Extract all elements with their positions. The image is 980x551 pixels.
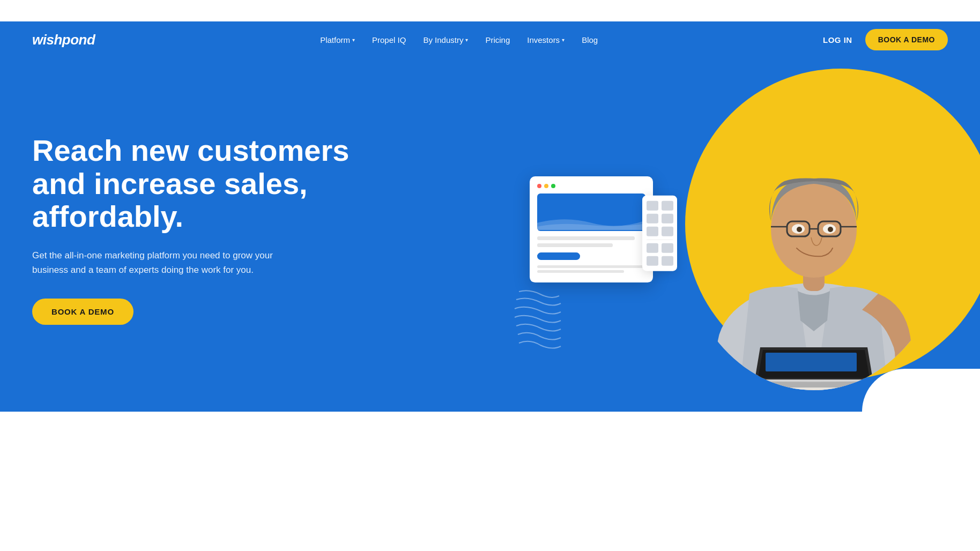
nav-link-propeliq[interactable]: Propel IQ bbox=[366, 31, 412, 49]
svg-point-12 bbox=[828, 227, 833, 232]
close-dot bbox=[537, 184, 541, 188]
nav-link-pricing[interactable]: Pricing bbox=[479, 31, 516, 49]
dashboard-mockup bbox=[530, 176, 653, 282]
nav-item-investors[interactable]: Investors ▾ bbox=[521, 31, 571, 49]
brand-logo[interactable]: wishpond bbox=[32, 32, 95, 48]
panel-divider bbox=[647, 240, 673, 240]
mockup-line-1 bbox=[537, 236, 635, 240]
chevron-down-icon: ▾ bbox=[465, 37, 468, 43]
hero-visual bbox=[498, 58, 980, 412]
nav-right: LOG IN BOOK A DEMO bbox=[823, 29, 948, 50]
mockup-line-3 bbox=[537, 265, 645, 268]
top-bar bbox=[0, 0, 980, 21]
book-demo-button[interactable]: BOOK A DEMO bbox=[865, 29, 948, 50]
mockup-header-block bbox=[537, 193, 645, 231]
nav-link-platform[interactable]: Platform ▾ bbox=[314, 31, 361, 49]
mockup-cta-bar bbox=[537, 252, 580, 260]
person-circle-frame bbox=[680, 69, 948, 390]
panel-icon-10 bbox=[662, 256, 673, 266]
side-panel-mockup bbox=[642, 196, 677, 271]
nav-item-blog[interactable]: Blog bbox=[575, 31, 604, 49]
navbar: wishpond Platform ▾ Propel IQ By Industr… bbox=[0, 21, 980, 58]
maximize-dot bbox=[551, 184, 555, 188]
hero-section: Reach new customers and increase sales, … bbox=[0, 58, 980, 412]
hero-cta-button[interactable]: BOOK A DEMO bbox=[32, 299, 133, 325]
svg-rect-15 bbox=[766, 353, 857, 371]
white-corner-curve bbox=[862, 369, 980, 412]
panel-icon-7 bbox=[647, 243, 658, 253]
nav-item-propeliq[interactable]: Propel IQ bbox=[366, 31, 412, 49]
hero-headline: Reach new customers and increase sales, … bbox=[32, 134, 354, 233]
login-link[interactable]: LOG IN bbox=[823, 35, 852, 44]
panel-icon-8 bbox=[662, 243, 673, 253]
mockup-wave bbox=[537, 212, 645, 231]
wave-decoration bbox=[514, 286, 562, 358]
nav-item-platform[interactable]: Platform ▾ bbox=[314, 31, 361, 49]
chevron-down-icon: ▾ bbox=[562, 37, 565, 43]
hero-content: Reach new customers and increase sales, … bbox=[32, 134, 354, 357]
nav-link-industry[interactable]: By Industry ▾ bbox=[417, 31, 474, 49]
panel-icon-1 bbox=[647, 201, 658, 211]
hero-subtext: Get the all-in-one marketing platform yo… bbox=[32, 248, 300, 277]
panel-icons-top bbox=[647, 201, 673, 236]
panel-icon-3 bbox=[647, 214, 658, 224]
mockup-line-4 bbox=[537, 270, 624, 273]
nav-links: Platform ▾ Propel IQ By Industry ▾ Prici… bbox=[314, 31, 604, 49]
mockup-line-2 bbox=[537, 243, 613, 247]
panel-icon-5 bbox=[647, 227, 658, 236]
nav-link-investors[interactable]: Investors ▾ bbox=[521, 31, 571, 49]
mockup-window-controls bbox=[537, 184, 645, 188]
panel-icon-6 bbox=[662, 227, 673, 236]
nav-item-pricing[interactable]: Pricing bbox=[479, 31, 516, 49]
panel-icon-4 bbox=[662, 214, 673, 224]
svg-point-11 bbox=[797, 227, 802, 232]
chevron-down-icon: ▾ bbox=[352, 37, 355, 43]
panel-icon-2 bbox=[662, 201, 673, 211]
minimize-dot bbox=[544, 184, 548, 188]
nav-link-blog[interactable]: Blog bbox=[575, 31, 604, 49]
person-svg bbox=[680, 69, 948, 390]
panel-icons-bottom bbox=[647, 243, 673, 266]
panel-icon-9 bbox=[647, 256, 658, 266]
nav-item-industry[interactable]: By Industry ▾ bbox=[417, 31, 474, 49]
